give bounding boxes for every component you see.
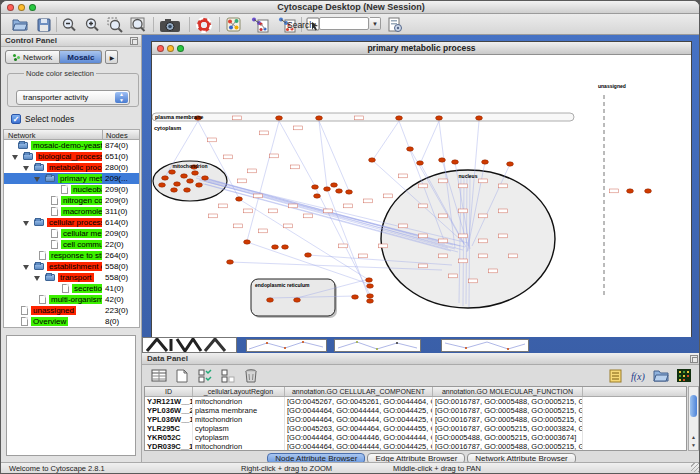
network-node[interactable] bbox=[627, 189, 634, 193]
view-titlebar[interactable]: primary metabolic process bbox=[152, 42, 691, 55]
node-label-chip[interactable] bbox=[379, 244, 388, 248]
node-label-chip[interactable] bbox=[399, 174, 408, 178]
node-label-chip[interactable] bbox=[459, 259, 468, 263]
network-node[interactable] bbox=[476, 116, 483, 120]
import-attribute-file-icon[interactable] bbox=[652, 368, 670, 384]
node-label-chip[interactable] bbox=[499, 234, 508, 238]
scroll-up-icon[interactable]: ▲ bbox=[689, 433, 698, 441]
background-window-thumbnail[interactable] bbox=[142, 337, 237, 353]
network-node[interactable] bbox=[171, 188, 178, 192]
node-label-chip[interactable] bbox=[224, 155, 233, 159]
select-attributes-icon[interactable] bbox=[196, 368, 214, 384]
tree-row[interactable]: primary metabo209(... bbox=[4, 173, 139, 184]
open-file-icon[interactable] bbox=[11, 16, 28, 33]
network-node[interactable] bbox=[169, 170, 176, 174]
help-icon[interactable] bbox=[195, 16, 212, 33]
tree-row[interactable]: unassigned223(0) bbox=[4, 305, 139, 316]
tree-row[interactable]: response to stimulu264(0) bbox=[4, 250, 139, 261]
node-label-chip[interactable] bbox=[489, 269, 498, 273]
background-window-thumbnail[interactable] bbox=[334, 339, 421, 352]
network-node[interactable] bbox=[227, 260, 234, 264]
network-node[interactable] bbox=[312, 185, 319, 189]
expander-icon[interactable] bbox=[23, 166, 29, 171]
node-label-chip[interactable] bbox=[479, 179, 488, 183]
edge[interactable] bbox=[372, 121, 399, 161]
scroll-down-icon[interactable]: ▼ bbox=[689, 441, 698, 449]
node-label-chip[interactable] bbox=[384, 194, 393, 198]
expander-icon[interactable] bbox=[34, 177, 40, 182]
node-label-chip[interactable] bbox=[499, 184, 508, 188]
network-node[interactable] bbox=[236, 197, 243, 201]
table-row[interactable]: YDR039C__1mitochondrion[GO:0044464, GO:0… bbox=[145, 442, 686, 451]
edge[interactable] bbox=[247, 121, 279, 241]
node-label-chip[interactable] bbox=[419, 234, 428, 238]
tree-row[interactable]: biological_process651(0) bbox=[4, 151, 139, 162]
network-node[interactable] bbox=[369, 158, 376, 162]
node-label-chip[interactable] bbox=[244, 209, 253, 213]
zoom-out-icon[interactable] bbox=[60, 16, 77, 33]
zoom-selected-region-icon[interactable] bbox=[106, 16, 123, 33]
network-node[interactable] bbox=[352, 295, 359, 299]
node-label-chip[interactable] bbox=[479, 254, 488, 258]
node-label-chip[interactable] bbox=[364, 199, 373, 203]
tree-row[interactable]: secretion41(0) bbox=[4, 283, 139, 294]
node-label-chip[interactable] bbox=[355, 116, 364, 120]
function-builder-icon[interactable]: f(x) bbox=[629, 368, 647, 384]
tree-row[interactable]: multi-organism pro42(0) bbox=[4, 294, 139, 305]
network-node[interactable] bbox=[196, 183, 203, 187]
node-label-chip[interactable] bbox=[254, 194, 263, 198]
network-node[interactable] bbox=[316, 116, 323, 120]
node-label-chip[interactable] bbox=[439, 214, 448, 218]
create-network-icon[interactable] bbox=[225, 16, 242, 33]
delete-attribute-icon[interactable] bbox=[242, 368, 260, 384]
node-label-chip[interactable] bbox=[269, 209, 278, 213]
network-node[interactable] bbox=[396, 116, 403, 120]
background-window-thumbnail[interactable] bbox=[246, 339, 327, 352]
tree-row[interactable]: Overview8(0) bbox=[4, 316, 139, 327]
node-label-chip[interactable] bbox=[238, 179, 247, 183]
edge[interactable] bbox=[420, 121, 439, 164]
node-label-chip[interactable] bbox=[459, 209, 468, 213]
node-label-chip[interactable] bbox=[234, 224, 243, 228]
node-label-chip[interactable] bbox=[439, 239, 448, 243]
network-node[interactable] bbox=[282, 245, 289, 249]
node-label-chip[interactable] bbox=[439, 179, 448, 183]
copy-network-view-icon[interactable] bbox=[250, 16, 269, 33]
node-label-chip[interactable] bbox=[439, 254, 448, 258]
network-node[interactable] bbox=[314, 194, 321, 198]
new-attribute-icon[interactable] bbox=[173, 368, 191, 384]
float-panel-icon[interactable] bbox=[130, 37, 138, 45]
node-color-select[interactable]: transporter activity ▲▼ bbox=[16, 90, 130, 105]
network-node[interactable] bbox=[272, 245, 279, 249]
node-label-chip[interactable] bbox=[260, 131, 269, 135]
network-node[interactable] bbox=[324, 187, 331, 191]
attribute-matrix-icon[interactable] bbox=[675, 368, 693, 384]
network-node[interactable] bbox=[267, 298, 274, 302]
column-header[interactable]: ID bbox=[145, 387, 193, 396]
network-node[interactable] bbox=[331, 183, 338, 187]
node-label-chip[interactable] bbox=[304, 214, 313, 218]
scrollbar-thumb[interactable] bbox=[690, 395, 697, 417]
combo-stepper-icon[interactable]: ▲▼ bbox=[115, 92, 128, 103]
node-label-chip[interactable] bbox=[419, 264, 428, 268]
expander-icon[interactable] bbox=[23, 265, 29, 270]
network-node[interactable] bbox=[159, 183, 166, 187]
node-label-chip[interactable] bbox=[449, 274, 458, 278]
network-node[interactable] bbox=[452, 160, 459, 164]
network-node[interactable] bbox=[417, 161, 424, 165]
network-node[interactable] bbox=[336, 189, 343, 193]
tree-row[interactable]: establishment of lo558(0) bbox=[4, 261, 139, 272]
attribute-table[interactable]: ID_cellularLayoutRegionannotation.GO CEL… bbox=[144, 386, 687, 451]
tree-row[interactable]: cellular metabo209(0) bbox=[4, 228, 139, 239]
node-label-chip[interactable] bbox=[209, 214, 218, 218]
node-label-chip[interactable] bbox=[419, 184, 428, 188]
resize-grip[interactable] bbox=[691, 463, 700, 472]
node-label-chip[interactable] bbox=[294, 126, 303, 130]
network-node[interactable] bbox=[202, 176, 209, 180]
node-label-chip[interactable] bbox=[270, 154, 279, 158]
node-label-chip[interactable] bbox=[324, 209, 333, 213]
network-node[interactable] bbox=[436, 116, 443, 120]
node-label-chip[interactable] bbox=[259, 229, 268, 233]
network-node[interactable] bbox=[367, 294, 374, 298]
node-label-chip[interactable] bbox=[233, 116, 242, 120]
